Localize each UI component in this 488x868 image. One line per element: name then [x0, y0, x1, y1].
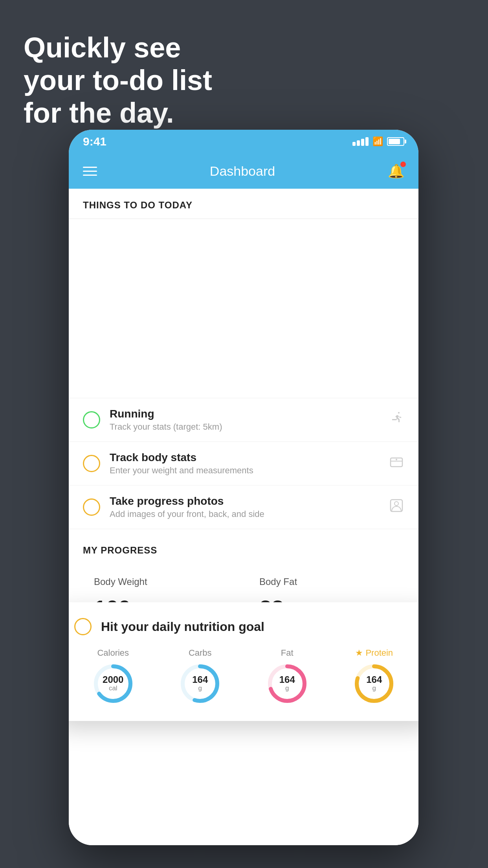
svg-point-12 — [394, 502, 398, 506]
protein-label: ★ Protein — [355, 648, 393, 658]
app-header: Dashboard 🔔 — [69, 153, 418, 189]
nutrition-item-protein: ★ Protein 164 g — [352, 648, 396, 705]
section-title: THINGS TO DO TODAY — [83, 200, 193, 210]
battery-icon — [387, 137, 404, 146]
fat-ring: 164 g — [266, 662, 309, 705]
popup-title: Hit your daily nutrition goal — [101, 620, 264, 634]
status-bar: 9:41 📶 — [69, 130, 418, 153]
todo-item-running[interactable]: Running Track your stats (target: 5km) — [69, 398, 418, 442]
body-stats-title: Track body stats — [110, 451, 379, 464]
svg-point-10 — [396, 459, 397, 460]
carbs-ring: 164 g — [178, 662, 222, 705]
body-stats-subtitle: Enter your weight and measurements — [110, 465, 379, 476]
status-icons: 📶 — [352, 136, 404, 147]
nutrition-popup-card: Hit your daily nutrition goal Calories 2… — [69, 602, 418, 721]
person-icon — [389, 498, 404, 517]
running-content: Running Track your stats (target: 5km) — [110, 408, 379, 432]
running-icon — [389, 410, 404, 430]
photos-subtitle: Add images of your front, back, and side — [110, 509, 379, 519]
nutrition-item-fat: Fat 164 g — [266, 648, 309, 705]
photos-title: Take progress photos — [110, 495, 379, 508]
calories-ring: 2000 cal — [92, 662, 135, 705]
wifi-icon: 📶 — [372, 136, 383, 147]
phone-frame: 9:41 📶 Dashboard 🔔 THINGS T — [69, 130, 418, 845]
photos-content: Take progress photos Add images of your … — [110, 495, 379, 519]
todo-list: Running Track your stats (target: 5km) T… — [69, 398, 418, 529]
signal-icon — [352, 137, 369, 146]
progress-title: MY PROGRESS — [83, 545, 404, 556]
section-header: THINGS TO DO TODAY — [69, 189, 418, 219]
protein-ring: 164 g — [352, 662, 396, 705]
fat-label: Fat — [281, 648, 294, 658]
todo-item-body-stats[interactable]: Track body stats Enter your weight and m… — [69, 442, 418, 485]
body-weight-card-title: Body Weight — [94, 576, 228, 587]
running-checkbox[interactable] — [83, 411, 100, 428]
menu-button[interactable] — [83, 167, 97, 176]
carbs-label: Carbs — [189, 648, 212, 658]
status-time: 9:41 — [83, 135, 106, 148]
notification-dot — [400, 162, 406, 167]
nutrition-checkbox[interactable] — [74, 618, 92, 635]
popup-header: Hit your daily nutrition goal — [74, 618, 413, 635]
body-fat-card-title: Body Fat — [259, 576, 393, 587]
todo-item-photos[interactable]: Take progress photos Add images of your … — [69, 485, 418, 529]
body-stats-checkbox[interactable] — [83, 455, 100, 472]
nutrition-grid: Calories 2000 cal Carbs — [74, 648, 413, 705]
body-stats-content: Track body stats Enter your weight and m… — [110, 451, 379, 476]
nutrition-item-calories: Calories 2000 cal — [92, 648, 135, 705]
running-subtitle: Track your stats (target: 5km) — [110, 422, 379, 432]
scale-icon — [389, 454, 404, 473]
running-title: Running — [110, 408, 379, 420]
photos-checkbox[interactable] — [83, 498, 100, 516]
nutrition-item-carbs: Carbs 164 g — [178, 648, 222, 705]
calories-label: Calories — [97, 648, 129, 658]
background-headline: Quickly see your to-do list for the day. — [24, 31, 212, 129]
header-title: Dashboard — [210, 164, 275, 179]
star-icon: ★ — [355, 648, 363, 658]
notification-button[interactable]: 🔔 — [388, 163, 404, 179]
